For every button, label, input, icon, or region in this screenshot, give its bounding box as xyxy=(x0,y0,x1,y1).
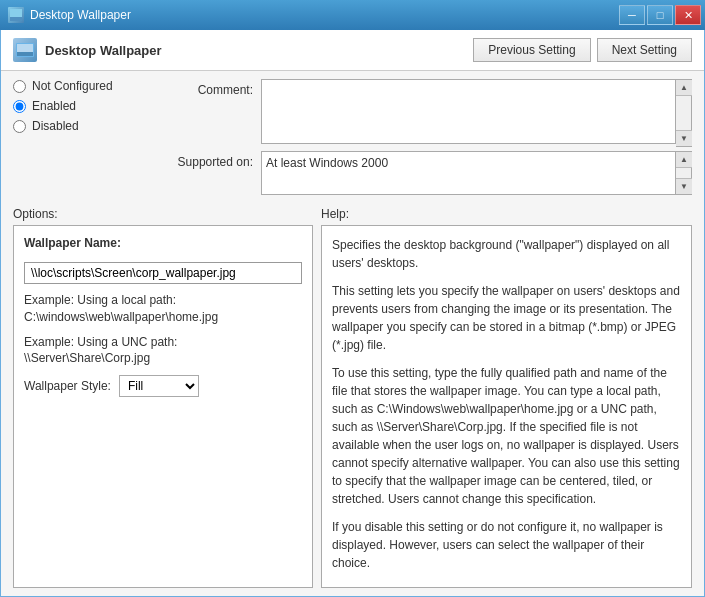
svg-rect-4 xyxy=(17,52,33,56)
close-button[interactable]: ✕ xyxy=(675,5,701,25)
not-configured-label: Not Configured xyxy=(32,79,113,93)
supported-container: At least Windows 2000 ▲ ▼ xyxy=(261,151,692,195)
window-content: Desktop Wallpaper Previous Setting Next … xyxy=(0,30,705,597)
style-row: Wallpaper Style: Fill Fit Stretch Tile C… xyxy=(24,375,302,397)
scroll-down-arrow[interactable]: ▼ xyxy=(676,130,692,146)
supported-row: Supported on: At least Windows 2000 ▲ ▼ xyxy=(153,151,692,195)
options-area: Not Configured Enabled Disabled Comment:… xyxy=(1,71,704,203)
enabled-option[interactable]: Enabled xyxy=(13,99,153,113)
options-section-label: Options: xyxy=(13,207,313,221)
help-section-label: Help: xyxy=(321,207,692,221)
help-para-3: To use this setting, type the fully qual… xyxy=(332,364,681,508)
right-fields: Comment: ▲ ▼ Supported on: At least Wind… xyxy=(153,79,692,195)
svg-rect-1 xyxy=(10,17,22,21)
comment-label: Comment: xyxy=(153,79,253,97)
window-controls: ─ □ ✕ xyxy=(619,5,701,25)
disabled-label: Disabled xyxy=(32,119,79,133)
enabled-radio[interactable] xyxy=(13,100,26,113)
header-icon xyxy=(13,38,37,62)
example1-group: Example: Using a local path: C:\windows\… xyxy=(24,292,302,326)
style-label: Wallpaper Style: xyxy=(24,379,111,393)
disabled-radio[interactable] xyxy=(13,120,26,133)
example1-label: Example: Using a local path: xyxy=(24,292,302,309)
supported-scroll-down[interactable]: ▼ xyxy=(676,178,692,194)
header-bar: Desktop Wallpaper Previous Setting Next … xyxy=(1,30,704,71)
help-para-2: This setting lets you specify the wallpa… xyxy=(332,282,681,354)
supported-value: At least Windows 2000 xyxy=(261,151,676,195)
next-setting-button[interactable]: Next Setting xyxy=(597,38,692,62)
header-buttons: Previous Setting Next Setting xyxy=(473,38,692,62)
title-bar-title: Desktop Wallpaper xyxy=(30,8,131,22)
example2-value: \\Server\Share\Corp.jpg xyxy=(24,350,302,367)
enabled-label: Enabled xyxy=(32,99,76,113)
not-configured-radio[interactable] xyxy=(13,80,26,93)
disabled-option[interactable]: Disabled xyxy=(13,119,153,133)
comment-textarea[interactable] xyxy=(261,79,676,144)
example2-group: Example: Using a UNC path: \\Server\Shar… xyxy=(24,334,302,368)
options-panel: Wallpaper Name: Example: Using a local p… xyxy=(13,225,313,588)
help-panel: Specifies the desktop background ("wallp… xyxy=(321,225,692,588)
supported-scroll-up[interactable]: ▲ xyxy=(676,152,692,168)
header-left: Desktop Wallpaper xyxy=(13,38,162,62)
wallpaper-name-input[interactable] xyxy=(24,262,302,284)
radio-group: Not Configured Enabled Disabled xyxy=(13,79,153,195)
maximize-button[interactable]: □ xyxy=(647,5,673,25)
previous-setting-button[interactable]: Previous Setting xyxy=(473,38,590,62)
title-bar: Desktop Wallpaper ─ □ ✕ xyxy=(0,0,705,30)
comment-row: Comment: ▲ ▼ xyxy=(153,79,692,147)
help-para-4: If you disable this setting or do not co… xyxy=(332,518,681,572)
not-configured-option[interactable]: Not Configured xyxy=(13,79,153,93)
bottom-panels: Wallpaper Name: Example: Using a local p… xyxy=(1,225,704,596)
app-icon xyxy=(8,7,24,23)
supported-scrollbar: ▲ ▼ xyxy=(676,151,692,195)
example2-label: Example: Using a UNC path: xyxy=(24,334,302,351)
svg-rect-0 xyxy=(10,9,22,17)
wallpaper-name-title: Wallpaper Name: xyxy=(24,236,302,250)
wallpaper-style-select[interactable]: Fill Fit Stretch Tile Center xyxy=(119,375,199,397)
title-bar-left: Desktop Wallpaper xyxy=(8,7,131,23)
comment-scrollbar: ▲ ▼ xyxy=(676,79,692,147)
section-divider: Options: Help: xyxy=(1,203,704,225)
help-para-1: Specifies the desktop background ("wallp… xyxy=(332,236,681,272)
scroll-up-arrow[interactable]: ▲ xyxy=(676,80,692,96)
comment-container: ▲ ▼ xyxy=(261,79,692,147)
minimize-button[interactable]: ─ xyxy=(619,5,645,25)
supported-label: Supported on: xyxy=(153,151,253,169)
policy-title: Desktop Wallpaper xyxy=(45,43,162,58)
example1-value: C:\windows\web\wallpaper\home.jpg xyxy=(24,309,302,326)
